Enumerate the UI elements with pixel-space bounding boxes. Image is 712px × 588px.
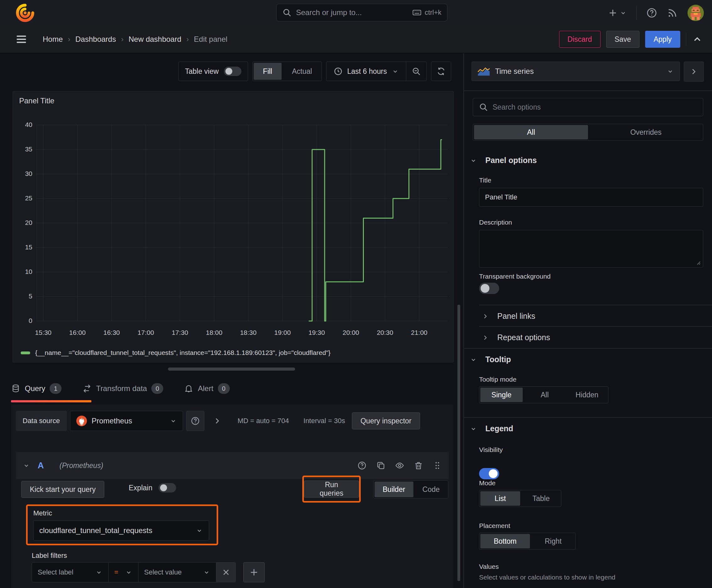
table-view-toggle[interactable] (224, 67, 241, 76)
datasource-name: Prometheus (92, 417, 165, 425)
y-tick-label: 0 (13, 317, 33, 324)
panel-toolbar: Table view Fill Actual Last 6 hours (0, 62, 451, 81)
select-label-dropdown[interactable]: Select label (32, 562, 109, 582)
main-scrollbar[interactable] (457, 305, 460, 581)
new-dashboard-button[interactable] (608, 8, 627, 18)
operator-dropdown[interactable]: = (109, 562, 138, 582)
metric-select[interactable]: cloudflared_tunnel_total_requests (33, 521, 209, 541)
tooltip-header[interactable]: Tooltip (470, 355, 511, 364)
database-icon (11, 384, 20, 393)
disable-query-icon[interactable] (395, 461, 404, 470)
transform-icon (82, 384, 92, 393)
legend-list-option[interactable]: List (480, 491, 520, 506)
discard-button[interactable]: Discard (559, 31, 601, 48)
run-queries-button[interactable]: Run queries (304, 481, 359, 498)
datasource-picker[interactable]: Prometheus (70, 411, 183, 431)
kick-start-query-button[interactable]: Kick start your query (21, 481, 104, 498)
apply-button[interactable]: Apply (645, 31, 680, 48)
description-textarea[interactable] (479, 230, 703, 268)
builder-option[interactable]: Builder (374, 482, 413, 497)
divider (464, 90, 712, 91)
legend-header[interactable]: Legend (470, 424, 513, 433)
time-range-picker[interactable]: Last 6 hours (326, 62, 406, 81)
drag-handle-icon[interactable] (433, 461, 442, 470)
datasource-help-button[interactable] (186, 411, 204, 431)
help-icon[interactable] (357, 461, 367, 470)
query-row-header[interactable]: A (Prometheus) (16, 452, 449, 479)
explain-control: Explain (129, 483, 176, 492)
search-options-input[interactable]: Search options (473, 98, 703, 116)
query-actions-row: Kick start your query Explain Run querie… (16, 479, 449, 501)
transparent-background-toggle[interactable] (479, 283, 499, 294)
fill-option[interactable]: Fill (254, 63, 282, 80)
time-range-group: Last 6 hours (326, 62, 427, 81)
visualization-picker[interactable]: Time series (472, 62, 680, 81)
news-rss-icon[interactable] (667, 7, 678, 19)
actual-option[interactable]: Actual (283, 62, 322, 81)
placement-right-option[interactable]: Right (531, 533, 576, 549)
time-series-chart[interactable] (37, 122, 448, 324)
breadcrumb-new-dashboard[interactable]: New dashboard (128, 35, 181, 44)
chevron-down-icon (470, 157, 477, 164)
panel-options-header[interactable]: Panel options (470, 156, 537, 165)
refresh-button[interactable] (431, 62, 451, 81)
chart-legend[interactable]: {__name__="cloudflared_tunnel_total_requ… (21, 349, 330, 357)
duplicate-query-icon[interactable] (376, 461, 386, 470)
toggle-knob (481, 284, 490, 293)
legend-table-option[interactable]: Table (521, 490, 561, 507)
prometheus-icon (76, 415, 87, 426)
description-label: Description (479, 218, 512, 226)
add-filter-button[interactable] (243, 562, 265, 582)
repeat-options-section[interactable]: Repeat options (481, 333, 550, 342)
datasource-row: Data source Prometheus MD = auto = 704 I… (16, 411, 449, 431)
legend-visibility-toggle[interactable] (479, 468, 499, 479)
grafana-logo-icon (16, 3, 35, 22)
chevron-down-icon (203, 569, 210, 576)
delete-query-icon[interactable] (414, 461, 423, 470)
overrides-tab[interactable]: Overrides (589, 124, 703, 141)
zoom-out-icon (412, 67, 421, 76)
explain-toggle[interactable] (158, 483, 176, 492)
help-icon[interactable] (646, 7, 657, 19)
tab-query[interactable]: Query 1 (11, 383, 62, 394)
panel-links-section[interactable]: Panel links (481, 312, 535, 321)
code-option[interactable]: Code (414, 481, 448, 498)
breadcrumb-dashboards[interactable]: Dashboards (75, 35, 116, 44)
x-tick-label: 21:00 (405, 329, 433, 336)
panel-title-input[interactable]: Panel Title (479, 188, 703, 207)
toggle-knob (225, 68, 232, 75)
x-tick-label: 18:00 (200, 329, 228, 336)
placement-bottom-option[interactable]: Bottom (480, 534, 530, 548)
global-search-input[interactable]: Search or jump to... ctrl+k (276, 4, 447, 21)
tooltip-all-option[interactable]: All (524, 387, 566, 403)
main-content: Table view Fill Actual Last 6 hours Pane… (0, 54, 457, 588)
select-value-dropdown[interactable]: Select value (138, 562, 216, 582)
user-avatar[interactable] (688, 5, 704, 21)
resize-handle-icon[interactable] (694, 258, 701, 266)
query-inspector-button[interactable]: Query inspector (352, 413, 420, 429)
toggle-viz-picker-button[interactable] (684, 62, 704, 82)
panel-resize-handle[interactable] (168, 368, 295, 371)
tooltip-hidden-option[interactable]: Hidden (566, 387, 608, 403)
menu-icon[interactable] (15, 33, 28, 45)
toggle-knob (160, 484, 167, 491)
tooltip-mode-label: Tooltip mode (479, 376, 516, 383)
avatar-pixel-art (688, 5, 704, 21)
remove-filter-button[interactable] (216, 562, 236, 582)
collapse-options-icon[interactable] (692, 34, 703, 45)
max-datapoints-info: MD = auto = 704 (238, 417, 289, 425)
breadcrumb-home[interactable]: Home (43, 35, 63, 44)
expand-options-icon[interactable] (213, 416, 222, 426)
bell-icon (184, 384, 193, 393)
tooltip-single-option[interactable]: Single (480, 387, 523, 402)
all-tab[interactable]: All (474, 125, 588, 140)
tab-alert[interactable]: Alert 0 (184, 383, 230, 394)
x-tick-label: 20:00 (337, 329, 365, 336)
save-button[interactable]: Save (606, 31, 640, 48)
y-tick-label: 15 (13, 244, 33, 251)
y-tick-label: 20 (13, 219, 33, 227)
zoom-out-button[interactable] (406, 62, 426, 81)
tab-transform-data[interactable]: Transform data 0 (82, 383, 163, 394)
chevron-right-icon (689, 67, 698, 76)
grafana-logo[interactable] (16, 3, 35, 22)
